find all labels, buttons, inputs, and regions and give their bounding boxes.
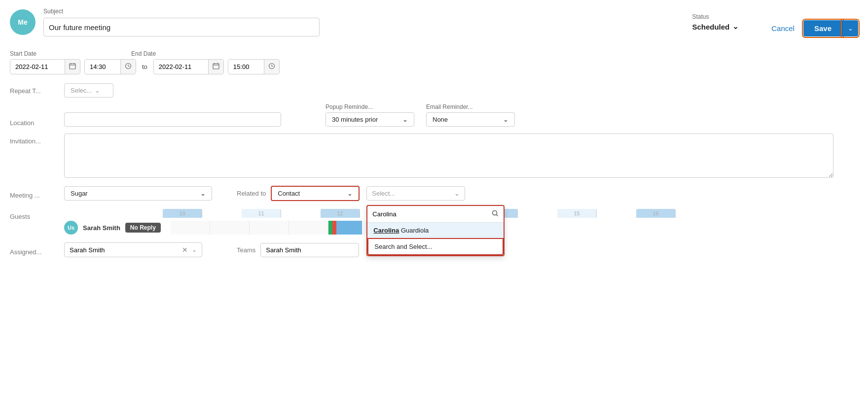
- related-to-label: Related to: [237, 190, 266, 197]
- start-time-clock-icon[interactable]: [120, 60, 136, 74]
- status-dropdown[interactable]: Scheduled ⌄: [692, 22, 739, 31]
- subject-input[interactable]: [43, 18, 320, 36]
- related-to-search-placeholder: Select...: [372, 190, 395, 197]
- end-date-field[interactable]: [153, 59, 224, 74]
- timeline-cell-busy: [328, 221, 368, 235]
- timeline-hour-15: 15: [557, 209, 597, 218]
- chevron-down-icon: ⌄: [347, 190, 353, 197]
- email-reminder-select[interactable]: None ⌄: [426, 112, 515, 127]
- chevron-down-icon: ⌄: [200, 190, 206, 197]
- start-date-field[interactable]: [10, 59, 80, 74]
- timeline-cell: [171, 221, 210, 235]
- cancel-button[interactable]: Cancel: [762, 20, 803, 36]
- invitation-textarea[interactable]: [64, 134, 833, 178]
- start-time-input[interactable]: [85, 60, 120, 73]
- location-input[interactable]: [64, 112, 281, 127]
- chevron-down-icon: ⌄: [732, 22, 739, 31]
- save-dropdown-button[interactable]: ⌄: [842, 20, 858, 36]
- popup-reminder-select[interactable]: 30 minutes prior ⌄: [326, 112, 414, 127]
- svg-line-15: [497, 215, 498, 216]
- chevron-down-icon: ⌄: [848, 25, 853, 32]
- no-reply-badge: No Reply: [125, 223, 161, 233]
- dropdown-item-highlight: Carolina: [373, 227, 399, 234]
- assigned-label: Assigned...: [10, 244, 64, 256]
- to-label: to: [140, 63, 149, 70]
- teams-input[interactable]: [266, 246, 354, 254]
- invitation-label: Invitation...: [10, 134, 64, 145]
- timeline-cell: [250, 221, 289, 235]
- end-time-input[interactable]: [228, 60, 264, 73]
- repeat-label: Repeat T...: [10, 83, 64, 95]
- save-button[interactable]: Save: [803, 20, 842, 36]
- timeline-hour-11: 11: [242, 209, 281, 218]
- start-time-field[interactable]: [84, 59, 136, 74]
- svg-rect-0: [70, 64, 75, 69]
- chevron-down-icon: ⌄: [503, 116, 508, 123]
- dropdown-search-button[interactable]: [487, 206, 504, 222]
- dropdown-item-lastname: Guardiola: [401, 227, 429, 234]
- end-date-label: End Date: [131, 50, 156, 57]
- status-label: Status: [692, 13, 739, 20]
- end-date-input[interactable]: [154, 60, 208, 73]
- timeline-hour-12: 12: [321, 209, 360, 218]
- start-date-input[interactable]: [10, 60, 65, 73]
- related-to-type-select[interactable]: Contact ⌄: [271, 186, 360, 201]
- assigned-input-wrap: ✕ ⌄: [64, 242, 202, 257]
- user-avatar: Me: [10, 9, 36, 35]
- guest-name: Sarah Smith: [83, 224, 120, 232]
- dropdown-search-and-select[interactable]: Search and Select...: [367, 238, 504, 255]
- meeting-source-select[interactable]: Sugar ⌄: [64, 186, 212, 201]
- svg-point-14: [493, 211, 497, 215]
- dropdown-search-input[interactable]: [367, 206, 487, 222]
- dropdown-item-carolina[interactable]: Carolina Guardiola: [367, 223, 504, 238]
- timeline-cell: [289, 221, 328, 235]
- repeat-select[interactable]: Selec... ⌄: [64, 83, 113, 98]
- end-date-calendar-icon[interactable]: [208, 60, 223, 74]
- end-time-clock-icon[interactable]: [264, 60, 279, 74]
- teams-label: Teams: [237, 246, 255, 254]
- guests-label: Guests: [10, 209, 64, 220]
- assigned-input[interactable]: [70, 246, 178, 254]
- chevron-down-icon: ⌄: [454, 190, 460, 197]
- chevron-down-icon: ⌄: [95, 87, 100, 94]
- teams-input-wrap: [260, 243, 359, 257]
- subject-label: Subject: [43, 8, 684, 15]
- location-label: Location: [10, 115, 64, 127]
- email-reminder-label: Email Reminder...: [426, 103, 515, 110]
- assigned-dropdown-button[interactable]: ⌄: [192, 246, 197, 253]
- popup-reminder-label: Popup Reminde...: [326, 103, 414, 110]
- timeline-hour-16: 16: [636, 209, 676, 218]
- start-date-calendar-icon[interactable]: [65, 60, 80, 74]
- end-time-field[interactable]: [228, 59, 280, 74]
- guest-avatar: Us: [64, 221, 78, 235]
- assigned-clear-button[interactable]: ✕: [182, 246, 188, 254]
- meeting-source-label: Meeting ...: [10, 188, 64, 199]
- timeline-hour-10: 10: [163, 209, 202, 218]
- chevron-down-icon: ⌄: [402, 116, 408, 123]
- start-date-label: Start Date: [10, 50, 36, 57]
- svg-rect-7: [213, 64, 219, 69]
- timeline-cell: [210, 221, 250, 235]
